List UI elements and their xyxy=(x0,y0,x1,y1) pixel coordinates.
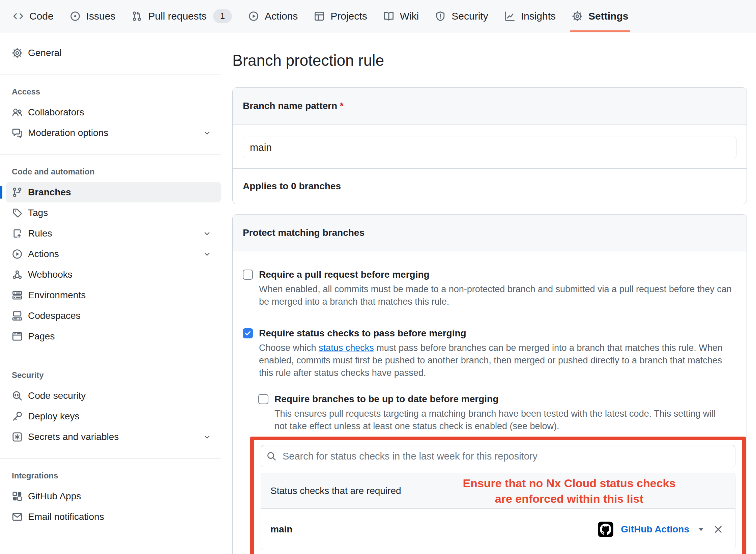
require-pull-request-row: Require a pull request before merging Wh… xyxy=(243,259,736,308)
sidebar-item-label: Codespaces xyxy=(28,310,81,321)
sidebar-section-access: Access xyxy=(12,87,221,96)
tab-code[interactable]: Code xyxy=(5,0,62,32)
sidebar-item-moderation-options[interactable]: Moderation options xyxy=(6,122,221,143)
tab-wiki[interactable]: Wiki xyxy=(375,0,427,32)
caret-down-icon[interactable] xyxy=(697,525,705,534)
key-icon xyxy=(12,411,23,422)
people-icon xyxy=(12,107,23,118)
sidebar-divider xyxy=(0,358,221,358)
require-pull-request-label: Require a pull request before merging xyxy=(259,268,736,281)
sidebar-item-label: Rules xyxy=(28,228,52,239)
search-icon xyxy=(266,451,277,461)
codespaces-icon xyxy=(12,310,23,321)
sidebar-divider xyxy=(0,155,221,155)
table-icon xyxy=(314,11,325,22)
tab-actions[interactable]: Actions xyxy=(240,0,306,32)
settings-sidebar: General Access Collaborators Moderation … xyxy=(0,32,221,527)
gear-icon xyxy=(12,48,23,58)
branch-name-pattern-card: Branch name pattern* Applies to 0 branch… xyxy=(232,87,747,204)
repo-tab-bar: Code Issues Pull requests 1 Actions Proj… xyxy=(0,0,756,32)
sidebar-section-integrations: Integrations xyxy=(12,471,221,480)
mail-icon xyxy=(12,511,23,522)
tab-security[interactable]: Security xyxy=(427,0,496,32)
sidebar-item-label: Webhooks xyxy=(28,269,72,280)
sidebar-item-codespaces[interactable]: Codespaces xyxy=(6,305,221,326)
active-tab-underline xyxy=(570,30,630,32)
remove-status-check-icon[interactable] xyxy=(713,524,724,535)
sidebar-item-email-notifications[interactable]: Email notifications xyxy=(6,506,221,527)
branch-name-pattern-header: Branch name pattern* xyxy=(233,88,747,124)
sidebar-item-label: Tags xyxy=(28,207,48,218)
rules-icon xyxy=(12,228,23,239)
require-up-to-date-description: This ensures pull requests targeting a m… xyxy=(274,408,730,433)
tab-pull-requests[interactable]: Pull requests 1 xyxy=(123,0,240,32)
tab-label: Security xyxy=(452,10,488,22)
sidebar-item-label: Pages xyxy=(28,331,55,342)
sidebar-item-code-security[interactable]: Code security xyxy=(6,385,221,406)
graph-icon xyxy=(504,11,515,22)
require-pull-request-description: When enabled, all commits must be made t… xyxy=(259,283,736,308)
required-status-checks-header: Status checks that are required Ensure t… xyxy=(261,473,735,509)
branch-name-pattern-label: Branch name pattern xyxy=(243,101,337,111)
tab-label: Issues xyxy=(86,10,116,22)
sidebar-item-label: Branches xyxy=(28,187,71,198)
applies-to-branches-text: Applies to 0 branches xyxy=(233,168,747,204)
status-check-source-link[interactable]: GitHub Actions xyxy=(621,524,689,535)
annotation-line-2: are enforced within this list xyxy=(417,491,721,506)
chevron-down-icon xyxy=(203,129,211,137)
title-divider xyxy=(232,82,747,82)
sidebar-item-label: Moderation options xyxy=(28,128,108,138)
sidebar-item-label: Email notifications xyxy=(28,511,104,522)
sidebar-item-tags[interactable]: Tags xyxy=(6,202,221,223)
sidebar-item-collaborators[interactable]: Collaborators xyxy=(6,102,221,122)
sidebar-item-environments[interactable]: Environments xyxy=(6,285,221,305)
sidebar-item-secrets-and-variables[interactable]: Secrets and variables xyxy=(6,426,221,447)
require-up-to-date-row: Require branches to be up to date before… xyxy=(258,379,736,433)
shield-icon xyxy=(435,11,446,22)
protect-matching-branches-card: Protect matching branches Require a pull… xyxy=(232,214,747,554)
tab-settings[interactable]: Settings xyxy=(564,0,636,32)
sidebar-item-label: Code security xyxy=(28,390,86,401)
require-pull-request-checkbox[interactable] xyxy=(243,270,253,280)
sidebar-section-code-and-automation: Code and automation xyxy=(12,167,221,176)
require-status-checks-row: Require status checks to pass before mer… xyxy=(243,308,736,379)
protect-matching-branches-body: Require a pull request before merging Wh… xyxy=(233,251,747,554)
apps-grid-icon xyxy=(12,491,23,502)
tab-label: Settings xyxy=(588,10,628,22)
issue-opened-icon xyxy=(70,11,81,22)
gear-icon xyxy=(572,11,583,22)
git-pull-request-icon xyxy=(132,11,142,22)
sidebar-item-label: General xyxy=(28,48,62,58)
require-up-to-date-label: Require branches to be up to date before… xyxy=(274,393,730,406)
annotation-line-1: Ensure that no Nx Cloud status checks xyxy=(417,475,721,491)
tab-issues[interactable]: Issues xyxy=(62,0,124,32)
sidebar-item-pages[interactable]: Pages xyxy=(6,326,221,347)
git-branch-icon xyxy=(12,187,23,198)
require-status-checks-checkbox[interactable] xyxy=(243,328,253,338)
require-up-to-date-checkbox[interactable] xyxy=(258,394,268,404)
pull-requests-count-badge: 1 xyxy=(213,9,232,23)
sidebar-item-rules[interactable]: Rules xyxy=(6,223,221,244)
check-icon xyxy=(244,329,252,337)
sidebar-item-webhooks[interactable]: Webhooks xyxy=(6,264,221,285)
browser-icon xyxy=(12,331,23,342)
sidebar-item-actions[interactable]: Actions xyxy=(6,244,221,264)
sidebar-item-github-apps[interactable]: GitHub Apps xyxy=(6,486,221,506)
status-checks-search-input[interactable] xyxy=(282,450,730,462)
tab-label: Projects xyxy=(330,10,367,22)
sidebar-item-general[interactable]: General xyxy=(6,43,221,63)
tab-insights[interactable]: Insights xyxy=(496,0,564,32)
sidebar-item-branches[interactable]: Branches xyxy=(6,182,221,202)
required-status-checks-header-label: Status checks that are required xyxy=(270,486,401,496)
sidebar-item-label: Secrets and variables xyxy=(28,432,119,442)
sidebar-divider xyxy=(0,459,221,459)
tab-projects[interactable]: Projects xyxy=(306,0,375,32)
status-checks-link[interactable]: status checks xyxy=(319,343,374,353)
branch-name-pattern-body xyxy=(233,124,747,168)
annotation-text: Ensure that no Nx Cloud status checks ar… xyxy=(417,475,721,506)
sidebar-item-label: Environments xyxy=(28,290,86,301)
comment-discussion-icon xyxy=(12,128,23,138)
sidebar-item-deploy-keys[interactable]: Deploy keys xyxy=(6,406,221,426)
protect-matching-branches-header: Protect matching branches xyxy=(233,215,747,251)
branch-name-pattern-input[interactable] xyxy=(243,137,736,158)
